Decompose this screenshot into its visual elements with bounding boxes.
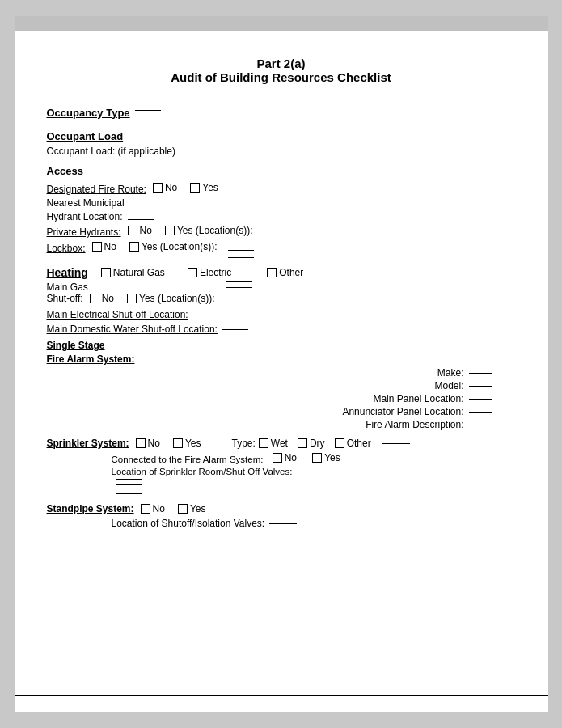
dry-group: Dry	[298, 438, 332, 449]
main-gas-yes-checkbox[interactable]	[127, 294, 137, 303]
other-checkbox[interactable]	[267, 268, 277, 277]
shutoff-row: Location of Shutoff/Isolation Valves:	[112, 518, 516, 529]
private-hydrants-no-group: No	[128, 225, 158, 236]
main-elec-blank[interactable]	[193, 315, 219, 315]
lockbox-blank2[interactable]	[228, 250, 254, 251]
title-section: Part 2(a) Audit of Building Resources Ch…	[47, 57, 516, 84]
electric-label: Electric	[200, 267, 231, 278]
lockbox-no-checkbox[interactable]	[92, 242, 102, 252]
private-hydrants-row: Private Hydrants: No Yes (Location(s)):	[47, 225, 516, 239]
standpipe-yes-label: Yes	[190, 503, 206, 514]
private-hydrants-blank1[interactable]	[264, 235, 290, 235]
hydrant-location-label: Hydrant Location:	[47, 211, 123, 222]
shutoff-blank[interactable]	[269, 523, 297, 524]
lockbox-blank3[interactable]	[228, 257, 254, 258]
sprinkler-label: Sprinkler System:	[47, 438, 129, 449]
valves-blank3[interactable]	[116, 489, 142, 489]
standpipe-row: Standpipe System: No Yes	[47, 503, 516, 514]
electric-checkbox[interactable]	[188, 268, 197, 277]
fire-alarm-system-label: Fire Alarm System:	[47, 353, 135, 365]
connected-yes-label: Yes	[324, 452, 340, 463]
hydrant-location-blank[interactable]	[128, 219, 154, 220]
private-hydrants-no-checkbox[interactable]	[128, 226, 137, 235]
fire-route-yes-label: Yes	[202, 182, 218, 193]
connected-yes-checkbox[interactable]	[312, 453, 322, 463]
sprinkler-no-checkbox[interactable]	[136, 438, 146, 448]
sprinkler-other-blank[interactable]	[382, 443, 410, 444]
occupant-load-blank[interactable]	[180, 154, 206, 154]
sprinkler-other-group: Other	[335, 438, 410, 449]
other-blank[interactable]	[311, 273, 347, 273]
standpipe-label: Standpipe System:	[47, 503, 134, 514]
access-heading: Access	[47, 165, 516, 177]
single-stage-row: Single Stage	[47, 340, 516, 351]
annunciator-blank[interactable]	[469, 412, 492, 413]
private-hydrants-yes-label: Yes (Location(s)):	[177, 225, 253, 236]
valves-blanks	[112, 479, 516, 498]
standpipe-no-checkbox[interactable]	[141, 504, 150, 514]
description-row: Fire Alarm Description:	[47, 419, 516, 430]
main-gas-no-checkbox[interactable]	[90, 294, 99, 303]
occupant-load-sub: Occupant Load: (if applicable)	[47, 146, 175, 157]
access-block: Access Designated Fire Route: No Yes Nea…	[47, 165, 516, 261]
sprinkler-other-checkbox[interactable]	[335, 438, 344, 448]
lockbox-row: Lockbox: No Yes (Location(s)):	[47, 241, 218, 254]
header-bar	[15, 16, 548, 31]
valves-blank4[interactable]	[116, 493, 142, 494]
gas-blank2[interactable]	[226, 287, 252, 288]
gas-blank1[interactable]	[226, 281, 252, 282]
fire-route-no-label: No	[165, 182, 177, 193]
fire-route-no-checkbox[interactable]	[153, 183, 163, 193]
natural-gas-label: Natural Gas	[113, 267, 165, 278]
lockbox-yes-checkbox[interactable]	[129, 242, 139, 252]
main-gas-labels: Main Gas Shut-off: No Yes (Location(s)):	[47, 281, 215, 304]
standpipe-yes-checkbox[interactable]	[178, 504, 188, 514]
occupant-load-heading: Occupant Load	[47, 130, 516, 142]
valves-blank1[interactable]	[116, 479, 142, 480]
occupancy-type-block: Occupancy Type	[47, 99, 516, 122]
private-hydrants-blanks	[260, 235, 290, 239]
fire-alarm-label-row: Fire Alarm System:	[47, 353, 516, 365]
water-blank[interactable]	[222, 329, 248, 330]
private-hydrants-no-label: No	[140, 225, 152, 236]
hydrant-location-row: Hydrant Location:	[47, 211, 516, 222]
fire-route-no-group: No	[153, 182, 184, 193]
fa-extra-blank[interactable]	[271, 434, 297, 434]
occupant-load-row: Occupant Load: (if applicable)	[47, 146, 516, 157]
model-blank[interactable]	[469, 386, 492, 387]
valves-label: Location of Sprinkler Room/Shut Off Valv…	[112, 467, 293, 476]
sprinkler-yes-checkbox[interactable]	[173, 438, 183, 448]
valves-blank2[interactable]	[116, 484, 142, 485]
private-hydrants-yes-group: Yes (Location(s)):	[165, 225, 253, 236]
occupancy-type-blank[interactable]	[135, 110, 161, 111]
annunciator-row: Annunciator Panel Location:	[47, 406, 516, 417]
make-blank[interactable]	[469, 373, 492, 374]
other-group: Other	[267, 267, 347, 278]
sprinkler-other-label: Other	[347, 438, 371, 449]
main-gas-yes-group: Yes (Location(s)):	[127, 293, 215, 304]
type-label: Type:	[231, 438, 255, 449]
lockbox-main-row: Lockbox: No Yes (Location(s)):	[47, 241, 218, 256]
private-hydrants-label: Private Hydrants:	[47, 226, 121, 238]
main-panel-blank[interactable]	[469, 399, 492, 400]
description-blank[interactable]	[469, 425, 492, 425]
sprinkler-no-group: No	[136, 438, 167, 449]
private-hydrants-yes-checkbox[interactable]	[165, 226, 175, 235]
wet-checkbox[interactable]	[259, 438, 268, 448]
fire-route-label: Designated Fire Route:	[47, 184, 146, 195]
main-gas-shutoff-row: Shut-off: No Yes (Location(s)):	[47, 293, 215, 304]
standpipe-no-label: No	[153, 503, 165, 514]
dry-checkbox[interactable]	[298, 438, 307, 448]
fire-route-yes-checkbox[interactable]	[190, 183, 200, 193]
connected-no-checkbox[interactable]	[273, 453, 282, 463]
sprinkler-block: Sprinkler System: No Yes Type: Wet Dry O…	[47, 438, 516, 498]
connected-yes-group: Yes	[312, 452, 340, 463]
wet-group: Wet	[259, 438, 294, 449]
fa-center-blank	[47, 434, 516, 434]
lockbox-blank1[interactable]	[228, 243, 254, 243]
natural-gas-checkbox[interactable]	[101, 268, 111, 277]
main-elec-label: Main Electrical Shut-off Location:	[47, 309, 188, 320]
main-gas-no-label: No	[102, 293, 114, 304]
standpipe-block: Standpipe System: No Yes Location of Shu…	[47, 503, 516, 529]
bottom-line	[15, 695, 548, 696]
